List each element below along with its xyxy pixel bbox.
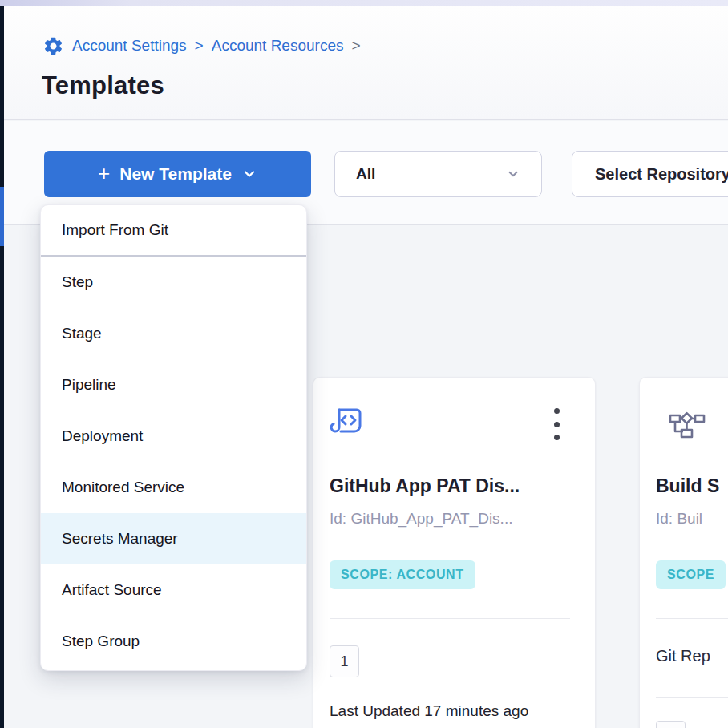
template-type-filter-value: All bbox=[356, 165, 375, 183]
top-accent-bar bbox=[0, 0, 728, 6]
menu-item-monitored-service[interactable]: Monitored Service bbox=[41, 462, 306, 513]
new-template-label: New Template bbox=[119, 164, 232, 184]
repository-filter-value: Select Repository bbox=[595, 165, 728, 184]
breadcrumb-account-settings[interactable]: Account Settings bbox=[72, 37, 187, 55]
scope-badge: SCOPE bbox=[656, 560, 726, 589]
new-template-menu: Import From Git Step Stage Pipeline Depl… bbox=[40, 204, 307, 671]
scope-badge: SCOPE: ACCOUNT bbox=[330, 560, 475, 589]
card-divider bbox=[656, 697, 728, 698]
plus-icon: + bbox=[98, 163, 110, 184]
template-card-title: GitHub App PAT Dis... bbox=[330, 475, 520, 497]
repository-filter[interactable]: Select Repository bbox=[572, 151, 728, 197]
menu-item-step-group[interactable]: Step Group bbox=[41, 616, 306, 667]
menu-item-step[interactable]: Step bbox=[41, 257, 306, 308]
templates-page: Account Settings > Account Resources > T… bbox=[0, 0, 728, 728]
menu-item-pipeline[interactable]: Pipeline bbox=[41, 359, 306, 411]
new-template-button[interactable]: + New Template bbox=[44, 151, 311, 197]
breadcrumb: Account Settings > Account Resources > bbox=[42, 34, 361, 57]
menu-item-artifact-source[interactable]: Artifact Source bbox=[41, 564, 306, 616]
menu-item-secrets-manager[interactable]: Secrets Manager bbox=[41, 513, 306, 564]
chevron-down-icon bbox=[506, 167, 520, 181]
card-divider bbox=[656, 618, 728, 619]
template-card-build-stage[interactable]: Build S Id: Buil SCOPE Git Rep bbox=[639, 377, 728, 728]
menu-item-import-from-git[interactable]: Import From Git bbox=[41, 205, 306, 255]
pipeline-icon bbox=[669, 411, 706, 439]
breadcrumb-separator: > bbox=[195, 37, 204, 55]
breadcrumb-separator: > bbox=[351, 37, 360, 55]
chevron-down-icon bbox=[241, 166, 257, 182]
template-card-github-app-pat[interactable]: GitHub App PAT Dis... Id: GitHub_App_PAT… bbox=[313, 377, 596, 728]
menu-item-stage[interactable]: Stage bbox=[41, 308, 306, 359]
breadcrumb-account-resources[interactable]: Account Resources bbox=[212, 37, 344, 55]
version-chip[interactable]: 1 bbox=[330, 645, 359, 677]
code-template-icon bbox=[330, 405, 366, 440]
template-card-id: Id: GitHub_App_PAT_Dis... bbox=[330, 510, 512, 528]
gear-icon bbox=[42, 35, 64, 57]
template-type-filter[interactable]: All bbox=[334, 151, 542, 197]
version-chip[interactable] bbox=[656, 721, 686, 728]
card-divider bbox=[330, 618, 570, 619]
page-title: Templates bbox=[42, 71, 164, 100]
last-updated-text: Last Updated 17 minutes ago bbox=[330, 702, 528, 720]
template-card-title: Build S bbox=[656, 475, 719, 497]
git-repo-text: Git Rep bbox=[656, 647, 710, 665]
card-menu-kebab-icon[interactable] bbox=[548, 406, 564, 442]
template-card-id: Id: Buil bbox=[656, 510, 702, 528]
menu-item-deployment[interactable]: Deployment bbox=[41, 411, 306, 462]
page-header: Account Settings > Account Resources > T… bbox=[4, 6, 728, 120]
